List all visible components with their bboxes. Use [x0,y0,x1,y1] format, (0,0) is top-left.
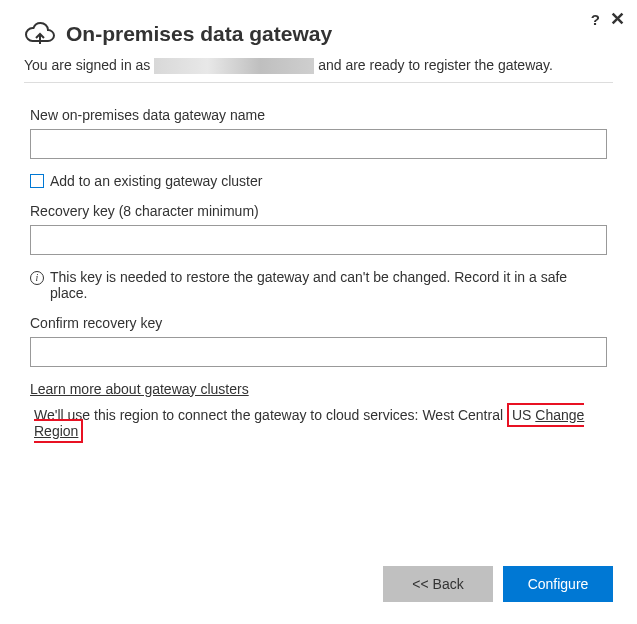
add-cluster-label: Add to an existing gateway cluster [50,173,262,189]
confirm-key-label: Confirm recovery key [30,315,607,331]
recovery-key-input[interactable] [30,225,607,255]
signed-in-suffix: and are ready to register the gateway. [318,57,553,73]
form-area: New on-premises data gateway name Add to… [0,107,637,439]
region-row: We'll use this region to connect the gat… [30,407,607,439]
add-cluster-row[interactable]: Add to an existing gateway cluster [30,173,607,189]
info-text: This key is needed to restore the gatewa… [50,269,607,301]
gateway-name-label: New on-premises data gateway name [30,107,607,123]
help-icon[interactable]: ? [591,11,600,28]
signed-in-prefix: You are signed in as [24,57,150,73]
gateway-name-input[interactable] [30,129,607,159]
region-prefix: We'll use this region to connect the gat… [34,407,507,423]
cloud-upload-icon [24,20,56,48]
header: On-premises data gateway [0,0,637,56]
recovery-key-label: Recovery key (8 character minimum) [30,203,607,219]
back-button[interactable]: << Back [383,566,493,602]
footer: << Back Configure [383,566,613,602]
user-email-redacted [154,58,314,74]
page-title: On-premises data gateway [66,22,332,46]
info-row: i This key is needed to restore the gate… [30,269,607,301]
region-part: US [512,407,535,423]
close-icon[interactable]: ✕ [610,8,625,30]
add-cluster-checkbox[interactable] [30,174,44,188]
divider [24,82,613,83]
learn-more-link[interactable]: Learn more about gateway clusters [30,381,607,397]
configure-button[interactable]: Configure [503,566,613,602]
info-icon: i [30,271,44,285]
confirm-key-input[interactable] [30,337,607,367]
signed-in-text: You are signed in as and are ready to re… [0,56,637,82]
